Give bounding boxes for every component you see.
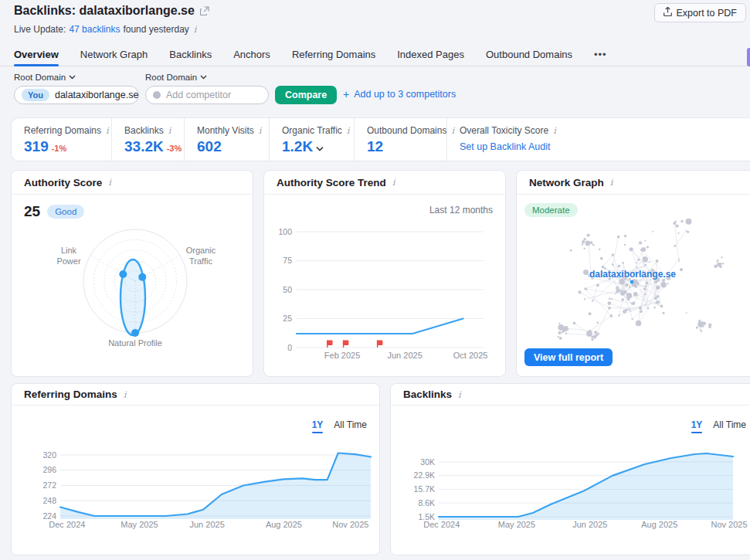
svg-text:Jun 2025: Jun 2025	[387, 351, 422, 360]
add-competitor-input[interactable]: Add competitor	[145, 86, 269, 104]
live-update-backlinks-link[interactable]: 47 backlinks	[69, 24, 120, 35]
info-icon[interactable]: i	[192, 24, 199, 35]
authority-score-trend-card: Authority Score Trendi Last 12 months 10…	[263, 170, 506, 377]
info-icon[interactable]: i	[551, 125, 558, 136]
referring-domains-chart-card: Referring Domainsi 1Y All Time 320296272…	[11, 383, 380, 555]
add-competitors-link[interactable]: + Add up to 3 competitors	[343, 89, 456, 100]
svg-text:50: 50	[283, 285, 292, 294]
summary-metrics-bar: Referring Domainsi 319-1% Backlinksi 33.…	[11, 117, 750, 161]
svg-text:Nov 2025: Nov 2025	[332, 520, 368, 529]
tab-more-icon[interactable]: •••	[594, 42, 607, 66]
compare-filters: Root Domain Root Domain You dalataxiborl…	[0, 67, 750, 115]
range-tab-all-time[interactable]: All Time	[713, 419, 746, 433]
svg-text:100: 100	[278, 227, 292, 236]
svg-text:296: 296	[42, 465, 56, 474]
score-status-badge: Good	[47, 205, 84, 219]
svg-text:75: 75	[283, 256, 292, 265]
range-tabs: 1Y All Time	[691, 419, 746, 433]
chevron-down-icon[interactable]	[316, 138, 324, 155]
range-tabs: 1Y All Time	[312, 419, 367, 433]
plus-icon: +	[343, 89, 349, 100]
info-icon[interactable]: i	[107, 177, 113, 188]
svg-text:Aug 2025: Aug 2025	[266, 520, 302, 529]
svg-text:Nov 2025: Nov 2025	[711, 520, 748, 529]
radar-axis-link-power: Link Power	[49, 245, 89, 267]
setup-backlink-audit-link[interactable]: Set up Backlink Audit	[460, 141, 550, 152]
metric-outbound-domains: Outbound Domainsi 12	[354, 118, 446, 161]
svg-text:May 2025: May 2025	[120, 520, 158, 529]
svg-text:Dec 2024: Dec 2024	[49, 520, 85, 529]
authority-score-card: Authority Scorei 25 Good Link Power Orga…	[11, 170, 253, 377]
tab-overview[interactable]: Overview	[14, 42, 59, 66]
network-center-domain[interactable]: dalataxiborlange.se	[517, 269, 748, 280]
referring-domains-area-chart: 320296272248224Dec 2024May 2025Jun 2025A…	[12, 384, 380, 555]
svg-text:320: 320	[42, 450, 56, 460]
card-title: Backlinks	[403, 389, 452, 400]
svg-text:15.7K: 15.7K	[414, 484, 435, 494]
you-chip: You	[22, 89, 49, 101]
metric-referring-domains: Referring Domainsi 319-1%	[12, 118, 111, 161]
you-scope-select[interactable]: Root Domain	[14, 73, 76, 82]
external-link-icon[interactable]	[200, 6, 209, 15]
chevron-down-icon	[200, 75, 207, 80]
you-domain-input[interactable]: You dalataxiborlange.se	[14, 86, 139, 104]
add-competitor-placeholder: Add competitor	[166, 90, 231, 100]
backlinks-area-chart: 30K22.9K15.7K8.6K1.5KDec 2024May 2025Jun…	[391, 384, 750, 555]
info-icon[interactable]: i	[391, 177, 397, 188]
tab-outbound-domains[interactable]: Outbound Domains	[486, 42, 572, 66]
card-title: Authority Score Trend	[277, 177, 386, 188]
range-tab-all-time[interactable]: All Time	[334, 419, 367, 433]
competitor-dot-icon	[153, 91, 161, 99]
info-icon[interactable]: i	[456, 389, 463, 400]
svg-text:0: 0	[287, 343, 292, 352]
live-update-line: Live Update: 47 backlinks found yesterda…	[14, 24, 199, 35]
network-graph-card: Network Graphi Moderate dalataxiborlange…	[516, 170, 750, 377]
info-icon[interactable]: i	[609, 177, 615, 188]
compare-button[interactable]: Compare	[275, 86, 337, 104]
svg-text:Aug 2025: Aug 2025	[641, 520, 677, 529]
svg-text:8.6K: 8.6K	[418, 498, 435, 507]
tab-referring-domains[interactable]: Referring Domains	[292, 42, 375, 66]
competitor-scope-select[interactable]: Root Domain	[145, 73, 207, 82]
export-to-pdf-button[interactable]: Export to PDF	[654, 3, 747, 22]
live-update-prefix: Live Update:	[14, 24, 66, 35]
export-icon	[663, 7, 672, 19]
view-full-report-button[interactable]: View full report	[524, 348, 613, 366]
svg-text:Dec 2024: Dec 2024	[423, 520, 460, 529]
authority-trend-chart: 1007550250Feb 2025Jun 2025Oct 2025	[264, 171, 506, 377]
svg-text:224: 224	[42, 511, 56, 521]
chevron-down-icon	[69, 75, 76, 80]
info-icon[interactable]: i	[122, 389, 128, 400]
info-icon[interactable]: i	[257, 125, 263, 136]
svg-text:Jun 2025: Jun 2025	[572, 520, 607, 529]
metric-delta: -1%	[52, 144, 67, 153]
you-domain-value: dalataxiborlange.se	[55, 90, 138, 100]
metric-delta: -3%	[167, 144, 182, 153]
info-icon[interactable]: i	[345, 125, 351, 136]
tab-backlinks[interactable]: Backlinks	[169, 42, 212, 66]
svg-text:Feb 2025: Feb 2025	[324, 351, 360, 360]
tab-indexed-pages[interactable]: Indexed Pages	[397, 42, 464, 66]
range-tab-1y[interactable]: 1Y	[312, 419, 324, 433]
tab-network-graph[interactable]: Network Graph	[80, 42, 148, 66]
floating-widget-sliver[interactable]	[747, 48, 750, 66]
svg-text:Jun 2025: Jun 2025	[190, 520, 225, 529]
backlinks-chart-card: Backlinksi 1Y All Time 30K22.9K15.7K8.6K…	[390, 383, 750, 555]
info-icon[interactable]: i	[104, 125, 110, 136]
live-update-suffix: found yesterday	[123, 24, 188, 35]
card-title: Referring Domains	[24, 389, 117, 400]
card-title: Authority Score	[24, 177, 102, 188]
tab-anchors[interactable]: Anchors	[233, 42, 270, 66]
page-header: Backlinks: dalataxiborlange.se Live Upda…	[0, 0, 750, 42]
metric-monthly-visits: Monthly Visitsi 602	[184, 118, 269, 161]
svg-text:25: 25	[283, 314, 292, 323]
authority-score-value: 25	[24, 203, 40, 220]
range-tab-1y[interactable]: 1Y	[691, 419, 703, 433]
svg-text:1.5K: 1.5K	[418, 512, 435, 521]
svg-text:May 2025: May 2025	[498, 520, 535, 529]
report-tabbar: Overview Network Graph Backlinks Anchors…	[0, 42, 750, 66]
info-icon[interactable]: i	[167, 125, 173, 136]
card-title: Network Graph	[529, 177, 604, 188]
svg-text:22.9K: 22.9K	[414, 470, 435, 480]
svg-text:Oct 2025: Oct 2025	[453, 351, 488, 360]
